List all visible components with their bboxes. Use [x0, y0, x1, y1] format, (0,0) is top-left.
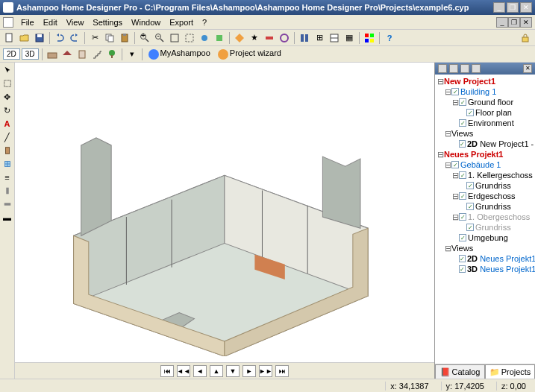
- tree-building-2[interactable]: Gebäude 1: [460, 160, 501, 169]
- view-3d-button[interactable]: 3D: [22, 48, 39, 60]
- tree-grundriss-3[interactable]: Grundriss: [475, 223, 511, 232]
- tool-10[interactable]: [278, 31, 291, 45]
- floor-button[interactable]: [46, 48, 59, 61]
- panel-close-button[interactable]: ✕: [523, 64, 532, 73]
- rotate-tool[interactable]: ↻: [1, 104, 13, 116]
- save-button[interactable]: [33, 31, 46, 45]
- tree-grundriss-2[interactable]: Grundriss: [475, 202, 511, 211]
- door-tool[interactable]: [1, 145, 13, 157]
- nav-next-fast[interactable]: ►►: [259, 365, 272, 377]
- check-icon[interactable]: ✓: [466, 109, 474, 116]
- tree-views-2[interactable]: Views: [451, 244, 473, 253]
- column-tool[interactable]: [1, 185, 13, 197]
- stair-button[interactable]: [90, 48, 104, 61]
- check-icon[interactable]: ✓: [459, 98, 466, 106]
- check-icon[interactable]: ✓: [451, 88, 459, 95]
- close-button[interactable]: ✕: [520, 2, 532, 13]
- panel-tool-2[interactable]: [449, 64, 458, 73]
- minimize-button[interactable]: _: [493, 2, 505, 13]
- expand-icon[interactable]: ⊟: [451, 192, 459, 201]
- check-icon[interactable]: ✓: [451, 161, 459, 168]
- maximize-button[interactable]: ❐: [507, 2, 519, 13]
- wall-button[interactable]: [75, 48, 89, 61]
- check-icon[interactable]: ✓: [459, 213, 466, 221]
- expand-icon[interactable]: ⊟: [451, 98, 459, 107]
- tree-building-1[interactable]: Building 1: [460, 87, 496, 96]
- tree-views[interactable]: Views: [451, 129, 473, 138]
- nav-prev-fast[interactable]: ◄◄: [177, 365, 190, 377]
- expand-icon[interactable]: ⊟: [444, 160, 451, 170]
- undo-button[interactable]: [53, 31, 66, 45]
- menu-window[interactable]: Window: [127, 16, 165, 28]
- menu-settings[interactable]: Settings: [88, 16, 127, 28]
- tree-environment[interactable]: Environment: [468, 118, 514, 127]
- tree-project-2[interactable]: Neues Projekt1: [444, 150, 503, 159]
- stairs-tool[interactable]: ≡: [1, 171, 13, 183]
- mdi-minimize-button[interactable]: _: [496, 17, 508, 28]
- zoom-in-button[interactable]: +: [138, 31, 151, 45]
- lock-button[interactable]: [519, 31, 532, 45]
- nav-prev[interactable]: ◄: [193, 365, 207, 377]
- view-2d-button[interactable]: 2D: [3, 48, 20, 60]
- tree-button[interactable]: [105, 48, 119, 61]
- help-button[interactable]: ?: [383, 31, 396, 45]
- zoom-region-button[interactable]: [183, 31, 196, 45]
- mdi-restore-button[interactable]: ❐: [508, 17, 520, 28]
- tree-floorplan[interactable]: Floor plan: [475, 108, 512, 117]
- check-icon[interactable]: ✓: [459, 255, 466, 262]
- move-tool[interactable]: ✥: [1, 91, 13, 103]
- menu-view[interactable]: View: [62, 16, 89, 28]
- zoom-out-button[interactable]: -: [153, 31, 166, 45]
- tree-obergeschoss[interactable]: 1. Obergeschoss: [468, 212, 530, 221]
- open-button[interactable]: [18, 31, 31, 45]
- slab-tool[interactable]: ▬: [1, 212, 13, 224]
- expand-icon[interactable]: ⊟: [451, 212, 459, 222]
- view-3d-canvas[interactable]: [15, 63, 434, 362]
- check-icon[interactable]: ✓: [459, 192, 466, 200]
- tree-project-1[interactable]: New Project1: [444, 77, 495, 86]
- tab-projects[interactable]: 📁Projects: [485, 364, 535, 379]
- tree-umgebung[interactable]: Umgebung: [468, 233, 508, 242]
- check-icon[interactable]: ✓: [459, 119, 466, 127]
- check-icon[interactable]: ✓: [459, 234, 466, 241]
- roof-button[interactable]: [60, 48, 74, 61]
- color-button[interactable]: [363, 31, 376, 45]
- expand-icon[interactable]: ⊟: [437, 77, 444, 86]
- tool-6[interactable]: [213, 31, 226, 45]
- check-icon[interactable]: ✓: [459, 171, 466, 179]
- tool-5[interactable]: [198, 31, 211, 45]
- check-icon[interactable]: ✓: [466, 182, 474, 189]
- tree-grundriss-1[interactable]: Grundriss: [475, 181, 511, 190]
- check-icon[interactable]: ✓: [459, 140, 466, 148]
- tool-7[interactable]: [233, 31, 246, 45]
- tree-erdgeschoss[interactable]: Erdgeschoss: [468, 192, 516, 200]
- nav-first[interactable]: ⏮: [160, 365, 174, 377]
- myashampoo-link[interactable]: MyAshampoo: [146, 48, 213, 59]
- menu-file[interactable]: File: [16, 16, 39, 28]
- nav-up[interactable]: ▲: [210, 365, 223, 377]
- tree-view-2d-2[interactable]: Neues Projekt1 - 2D-Ansich: [480, 254, 535, 263]
- project-tree[interactable]: ⊟New Project1 ⊟✓Building 1 ⊟✓Ground floo…: [435, 75, 535, 364]
- expand-icon[interactable]: ⊟: [437, 150, 444, 159]
- panel-tool-3[interactable]: [460, 64, 469, 73]
- tree-keller[interactable]: 1. Kellergeschoss: [468, 171, 533, 180]
- beam-tool[interactable]: [1, 198, 13, 210]
- panel-tool-4[interactable]: [472, 64, 481, 73]
- check-icon[interactable]: ✓: [459, 265, 466, 273]
- menu-export[interactable]: Export: [165, 16, 198, 28]
- app-menu-icon[interactable]: [3, 17, 13, 28]
- tab-catalog[interactable]: 📕Catalog: [435, 364, 485, 379]
- zoom-all-button[interactable]: [168, 31, 181, 45]
- tree-ground-floor[interactable]: Ground floor: [468, 98, 513, 107]
- tool-9[interactable]: [263, 31, 276, 45]
- line-tool[interactable]: ╱: [1, 131, 13, 143]
- panel-tool-1[interactable]: [438, 64, 447, 73]
- nav-last[interactable]: ⏭: [275, 365, 289, 377]
- check-icon[interactable]: ✓: [466, 203, 474, 210]
- menu-edit[interactable]: Edit: [39, 16, 62, 28]
- rect-select-tool[interactable]: [1, 78, 13, 89]
- menu-help[interactable]: ?: [198, 16, 211, 28]
- tree-view-3d-2[interactable]: Neues Projekt1 - 3D-Ansich: [480, 265, 535, 274]
- nav-next[interactable]: ►: [243, 365, 256, 377]
- expand-icon[interactable]: ⊟: [444, 244, 451, 253]
